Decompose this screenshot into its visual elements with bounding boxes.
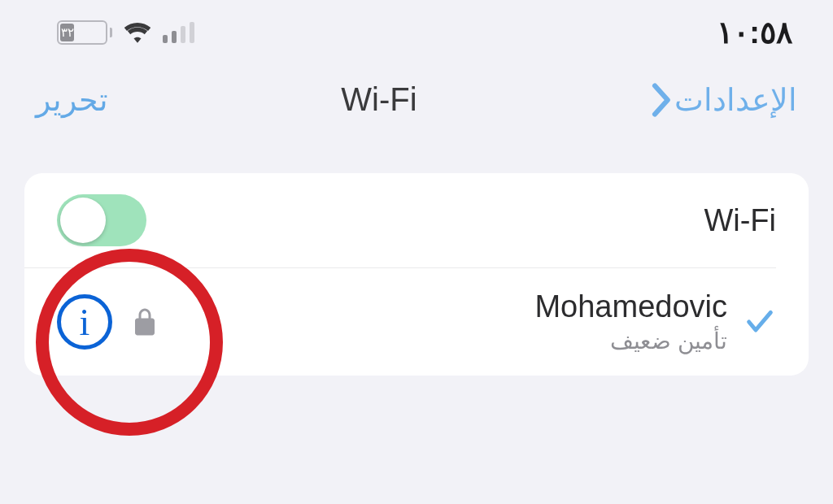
cellular-signal-icon [163, 22, 194, 43]
back-button[interactable]: الإعدادات [650, 82, 797, 118]
wifi-toggle[interactable] [57, 194, 146, 246]
status-time: ١٠:٥٨ [717, 15, 792, 50]
info-glyph: i [80, 301, 90, 344]
network-row-trailing: i [57, 294, 156, 350]
network-ssid: Mohamedovic [156, 289, 727, 324]
checkmark-icon [744, 306, 776, 338]
wifi-toggle-label: Wi-Fi [704, 203, 776, 238]
edit-button[interactable]: تحرير [36, 82, 108, 118]
wifi-settings-list: Wi-Fi Mohamedovic تأمين ضعيف i [24, 173, 809, 376]
nav-bar: الإعدادات Wi-Fi تحرير [0, 59, 833, 146]
page-title: Wi-Fi [341, 81, 416, 118]
connected-network-row[interactable]: Mohamedovic تأمين ضعيف i [24, 267, 776, 376]
battery-indicator: ٣٢ [57, 20, 112, 45]
status-left: ٣٢ [57, 20, 194, 45]
wifi-status-icon [124, 22, 151, 43]
lock-icon [133, 307, 156, 337]
info-icon[interactable]: i [57, 294, 112, 350]
chevron-right-icon [650, 83, 671, 117]
toggle-knob [60, 198, 106, 243]
battery-level-text: ٣٢ [60, 24, 74, 41]
status-bar: ٣٢ ١٠:٥٨ [0, 0, 833, 59]
network-security-note: تأمين ضعيف [156, 328, 727, 354]
nav-back-label: الإعدادات [674, 82, 797, 118]
wifi-toggle-row: Wi-Fi [24, 173, 809, 267]
